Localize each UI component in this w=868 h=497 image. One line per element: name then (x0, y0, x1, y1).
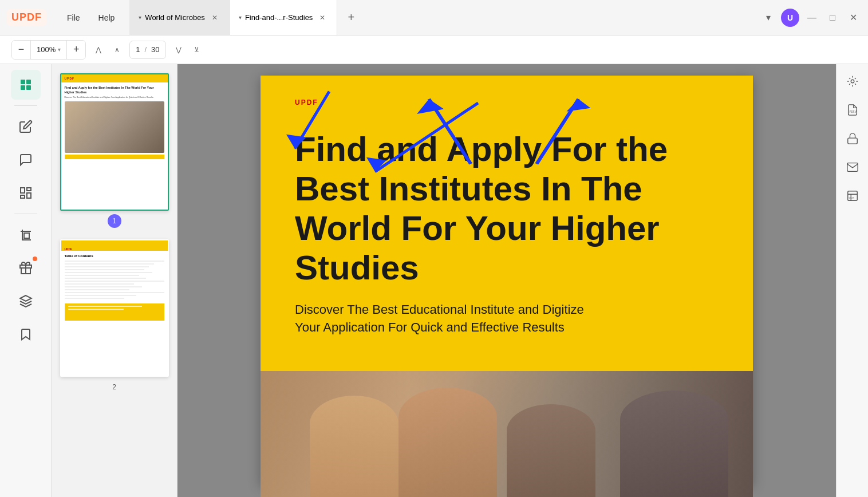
toc-line-1 (65, 261, 164, 262)
svg-point-19 (851, 80, 854, 83)
zoom-out-button[interactable]: − (12, 41, 30, 59)
page-input-field[interactable]: 1 / 30 (129, 41, 165, 59)
thumb1-title: Find and Apply for the Best Institutes I… (65, 86, 164, 94)
document-page: UPDF Find and Apply For the Best Institu… (261, 76, 753, 486)
tab-find-studies[interactable]: ▾ Find-and-...r-Studies ✕ (230, 0, 338, 35)
doc-logo: UPDF (295, 98, 318, 107)
gift-badge (33, 257, 37, 261)
nav-last-button[interactable]: ⊻ (189, 42, 205, 58)
toc-line-10 (65, 286, 143, 287)
svg-rect-4 (21, 188, 25, 193)
toc-line-7 (65, 278, 147, 279)
maximize-button[interactable]: □ (824, 10, 841, 26)
svg-rect-1 (26, 80, 31, 84)
menu-help[interactable]: Help (89, 10, 124, 26)
toc-line-13 (65, 295, 136, 296)
toc-line-11 (65, 289, 129, 290)
current-page: 1 (136, 45, 140, 54)
sidebar-bookmark-icon[interactable] (11, 320, 41, 349)
nav-first-button[interactable]: ⋀ (90, 42, 106, 58)
tab1-arrow-icon: ▾ (139, 14, 141, 21)
thumb1-photo (65, 101, 164, 153)
sidebar-layers-icon[interactable] (11, 286, 41, 316)
page-separator: / (144, 45, 147, 54)
svg-rect-2 (21, 85, 25, 90)
page-num-2: 2 (108, 380, 121, 394)
thumb2-title: Table of Contents (65, 254, 164, 258)
zoom-in-button[interactable]: + (67, 41, 85, 59)
right-sidebar: PDF/A OCR (836, 64, 868, 497)
protect-button[interactable] (841, 127, 864, 150)
svg-text:PDF/A: PDF/A (849, 111, 857, 113)
sidebar-edit-icon[interactable] (11, 112, 41, 141)
document-view[interactable]: UPDF Find and Apply For the Best Institu… (177, 64, 836, 497)
page-navigation: ⋀ ∧ (90, 42, 125, 58)
pdf-convert-button[interactable]: PDF/A (841, 98, 864, 121)
svg-marker-10 (20, 295, 31, 301)
close-button[interactable]: ✕ (845, 10, 861, 26)
person-3 (507, 404, 595, 497)
toc-line-14 (65, 298, 124, 299)
share-button[interactable] (841, 156, 864, 179)
page-navigation-next: ⋁ ⊻ (171, 42, 205, 58)
svg-rect-6 (27, 193, 31, 198)
toc-line-9 (65, 283, 135, 285)
tab-world-of-microbes[interactable]: ▾ World of Microbes ✕ (129, 0, 230, 35)
user-avatar[interactable]: U (781, 9, 799, 27)
svg-rect-7 (21, 195, 25, 198)
person-2 (399, 388, 497, 497)
add-tab-button[interactable]: + (342, 9, 360, 27)
sidebar-thumbnail-icon[interactable] (11, 70, 41, 100)
nav-next-button[interactable]: ⋁ (171, 42, 187, 58)
tab2-close-icon[interactable]: ✕ (317, 13, 328, 23)
zoom-percent: 100% (37, 45, 56, 54)
svg-rect-21 (847, 138, 857, 144)
dropdown-icon[interactable]: ▾ (760, 10, 776, 26)
nav-prev-button[interactable]: ∧ (109, 42, 125, 58)
tab1-label: World of Microbes (145, 13, 205, 22)
thumb1-sub: Discover The Best Educational Institute … (65, 96, 164, 98)
svg-rect-8 (24, 233, 29, 238)
sidebar-crop-icon[interactable] (11, 220, 41, 250)
thumb2-body: Table of Contents (61, 251, 168, 324)
sidebar-gift-icon[interactable] (11, 253, 41, 283)
title-bar-controls: ▾ U — □ ✕ (760, 9, 868, 27)
person-1 (310, 396, 399, 497)
thumb2-logo: UPDF (65, 247, 73, 251)
toc-footer (65, 303, 164, 321)
sidebar-comment-icon[interactable] (11, 145, 41, 175)
thumb1-logo: UPDF (65, 77, 75, 80)
sidebar-organize-icon[interactable] (11, 178, 41, 208)
page-num-1: 1 (108, 214, 121, 228)
tab2-arrow-icon: ▾ (239, 14, 242, 21)
thumb1-stripe (65, 155, 164, 159)
footer-line-1 (68, 306, 143, 307)
svg-rect-5 (27, 188, 31, 191)
menu-file[interactable]: File (58, 10, 89, 26)
tabs-area: ▾ World of Microbes ✕ ▾ Find-and-...r-St… (129, 0, 760, 35)
sidebar-divider-1 (14, 105, 37, 106)
app-logo: UPDF (7, 9, 46, 26)
doc-yellow-section: UPDF Find and Apply For the Best Institu… (261, 76, 753, 371)
tab1-close-icon[interactable]: ✕ (210, 13, 220, 23)
total-pages: 30 (151, 45, 159, 54)
thumbnail-page-1[interactable]: UPDF Find and Apply for the Best Institu… (57, 73, 171, 228)
doc-subtitle: Discover The Best Educational Institute … (295, 301, 719, 337)
thumbnail-panel[interactable]: UPDF Find and Apply for the Best Institu… (52, 64, 177, 497)
doc-photo-section (261, 371, 753, 497)
left-sidebar (0, 64, 52, 497)
svg-rect-3 (26, 85, 31, 90)
toc-line-12 (65, 292, 164, 293)
ai-button[interactable] (841, 70, 864, 93)
minimize-button[interactable]: — (804, 10, 820, 26)
person-4 (620, 391, 728, 497)
main-content: UPDF Find and Apply for the Best Institu… (0, 64, 868, 497)
zoom-level-display[interactable]: 100% ▾ (30, 41, 67, 59)
sidebar-divider-2 (14, 214, 37, 214)
toc-line-6 (65, 275, 140, 276)
zoom-control: − 100% ▾ + (11, 40, 86, 60)
thumbnail-page-2[interactable]: UPDF Table of Contents (57, 239, 171, 394)
title-bar: UPDF File Help ▾ World of Microbes ✕ ▾ F… (0, 0, 868, 36)
ocr-button[interactable]: OCR (841, 184, 864, 207)
toc-line-3 (65, 266, 149, 267)
